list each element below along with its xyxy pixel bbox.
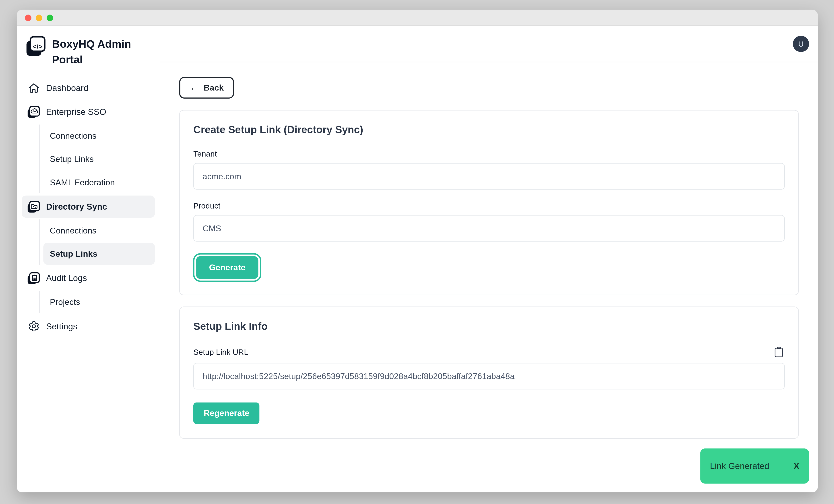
sidebar-item-settings[interactable]: Settings (22, 315, 155, 337)
sidebar-item-label: Settings (46, 321, 77, 331)
sidebar-subitem-sso-connections[interactable]: Connections (43, 125, 155, 147)
user-avatar[interactable]: U (793, 36, 809, 52)
desktop: </> BoxyHQ Admin Portal Dashboard (0, 0, 834, 504)
sidebar-item-label: Dashboard (46, 83, 88, 93)
toast-link-generated: Link Generated X (700, 448, 809, 484)
generate-button[interactable]: Generate (196, 256, 259, 279)
sidebar: </> BoxyHQ Admin Portal Dashboard (17, 26, 160, 492)
window-titlebar (17, 10, 818, 26)
topbar: U (160, 26, 818, 62)
sidebar-subnav-audit-logs: Projects (39, 291, 155, 313)
product-input[interactable] (193, 215, 785, 242)
sidebar-item-label: Audit Logs (46, 273, 87, 283)
sidebar-subitem-label: Connections (50, 225, 96, 235)
sidebar-subitem-dsync-connections[interactable]: Connections (43, 219, 155, 242)
sidebar-subitem-label: Setup Links (50, 249, 97, 259)
sidebar-subitem-projects[interactable]: Projects (43, 291, 155, 313)
product-field-group: Product (193, 201, 785, 242)
boxyhq-logo-icon: </> (25, 35, 46, 58)
sidebar-subnav-enterprise-sso: Connections Setup Links SAML Federation (39, 125, 155, 193)
tenant-label: Tenant (193, 149, 785, 158)
home-icon (27, 81, 40, 94)
back-button[interactable]: ← Back (179, 77, 234, 98)
tenant-input[interactable] (193, 163, 785, 190)
setup-link-url-input[interactable] (193, 363, 785, 389)
toast-message: Link Generated (710, 461, 769, 471)
sidebar-item-audit-logs[interactable]: Audit Logs (22, 267, 155, 289)
back-button-label: Back (204, 83, 224, 93)
sidebar-nav: Dashboard Enterprise SSO (22, 77, 155, 337)
sidebar-subitem-label: Projects (50, 297, 80, 307)
back-arrow-icon: ← (190, 82, 199, 93)
create-card-title: Create Setup Link (Directory Sync) (193, 124, 785, 136)
sidebar-item-label: Enterprise SSO (46, 107, 106, 117)
info-card-title: Setup Link Info (193, 321, 785, 332)
window-minimize-button[interactable] (36, 14, 42, 21)
product-label: Product (193, 201, 785, 210)
sidebar-item-dashboard[interactable]: Dashboard (22, 77, 155, 99)
sidebar-subitem-label: Connections (50, 131, 96, 140)
avatar-initial: U (798, 40, 804, 48)
sidebar-subitem-label: SAML Federation (50, 177, 115, 187)
brand: </> BoxyHQ Admin Portal (22, 35, 155, 68)
copy-url-button[interactable] (773, 346, 785, 358)
app-body: </> BoxyHQ Admin Portal Dashboard (17, 26, 818, 492)
regenerate-button[interactable]: Regenerate (193, 402, 260, 424)
gear-icon (27, 320, 40, 333)
create-setup-link-card: Create Setup Link (Directory Sync) Tenan… (179, 110, 799, 295)
audit-logs-box-icon (27, 271, 40, 285)
url-label-row: Setup Link URL (193, 346, 785, 358)
sidebar-subnav-directory-sync: Connections Setup Links (39, 219, 155, 265)
sso-box-icon (27, 105, 40, 118)
sidebar-subitem-saml-federation[interactable]: SAML Federation (43, 171, 155, 193)
sidebar-subitem-label: Setup Links (50, 154, 94, 164)
setup-link-url-label: Setup Link URL (193, 348, 248, 356)
sidebar-item-enterprise-sso[interactable]: Enterprise SSO (22, 101, 155, 123)
sidebar-item-label: Directory Sync (46, 202, 107, 212)
page-content: ← Back Create Setup Link (Directory Sync… (160, 62, 818, 492)
main-pane: U ← Back Create Setup Link (Directory Sy… (160, 26, 818, 492)
window-close-button[interactable] (25, 14, 31, 21)
tenant-field-group: Tenant (193, 149, 785, 190)
sidebar-item-directory-sync[interactable]: Directory Sync (22, 196, 155, 218)
brand-title: BoxyHQ Admin Portal (52, 36, 151, 68)
toast-close-button[interactable]: X (794, 461, 799, 471)
sidebar-subitem-sso-setup-links[interactable]: Setup Links (43, 148, 155, 170)
clipboard-copy-icon (773, 351, 785, 359)
directory-sync-box-icon (27, 200, 40, 213)
window-zoom-button[interactable] (47, 14, 53, 21)
app-window: </> BoxyHQ Admin Portal Dashboard (17, 10, 818, 492)
sidebar-subitem-dsync-setup-links[interactable]: Setup Links (43, 243, 155, 265)
svg-text:</>: </> (33, 43, 42, 50)
setup-link-info-card: Setup Link Info Setup Link URL (179, 307, 799, 439)
